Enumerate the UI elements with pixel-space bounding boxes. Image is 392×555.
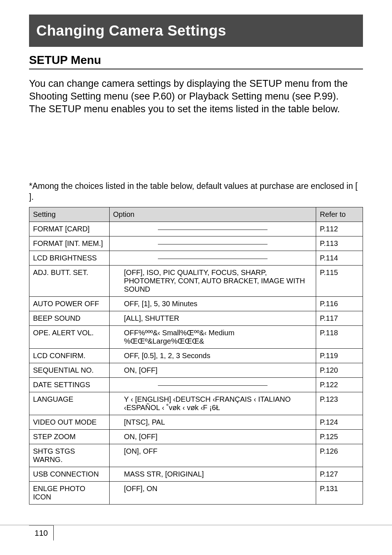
table-row: ENLGE PHOTO ICON[OFF], ONP.131: [29, 482, 363, 505]
option-cell: Y ‹ [ENGLISH] ‹DEUTSCH ‹FRANÇAIS ‹ ITALI…: [109, 392, 316, 415]
footnote-text: *Among the choices listed in the table b…: [29, 181, 358, 202]
option-cell: MASS STR, [ORIGINAL]: [109, 467, 316, 482]
setting-cell: FORMAT [INT. MEM.]: [29, 236, 110, 251]
table-header-row: Setting Option Refer to: [29, 207, 363, 222]
refer-cell: P.120: [316, 363, 363, 378]
refer-cell: P.126: [316, 444, 363, 467]
option-cell: [ON], OFF: [109, 444, 316, 467]
col-header-option: Option: [109, 207, 316, 222]
setting-cell: OPE. ALERT VOL.: [29, 326, 110, 349]
refer-cell: P.124: [316, 415, 363, 430]
setting-cell: SHTG STGS WARNG.: [29, 444, 110, 467]
setting-cell: LANGUAGE: [29, 392, 110, 415]
table-row: SEQUENTIAL NO.ON, [OFF]P.120: [29, 363, 363, 378]
setting-cell: BEEP SOUND: [29, 311, 110, 326]
table-row: FORMAT [CARD]P.112: [29, 222, 363, 236]
option-cell: [109, 378, 316, 392]
subtitle-text: SETUP Menu: [29, 53, 101, 66]
page-number: 110: [34, 528, 48, 538]
refer-cell: P.125: [316, 430, 363, 444]
footnote: *Among the choices listed in the table b…: [29, 181, 363, 203]
setting-cell: AUTO POWER OFF: [29, 297, 110, 311]
dash-line-icon: [158, 225, 268, 230]
option-cell: [109, 222, 316, 236]
col-header-refer: Refer to: [316, 207, 363, 222]
option-cell: [109, 251, 316, 266]
table-row: AUTO POWER OFFOFF, [1], 5, 30 MinutesP.1…: [29, 297, 363, 311]
refer-cell: P.116: [316, 297, 363, 311]
table-row: BEEP SOUND[ALL], SHUTTERP.117: [29, 311, 363, 326]
intro-paragraph: You can change camera settings by displa…: [29, 77, 363, 116]
dash-line-icon: [158, 381, 268, 386]
page-header-bar: Changing Camera Settings: [29, 15, 363, 47]
option-cell: [OFF], ON: [109, 482, 316, 505]
page-number-box: 110: [29, 525, 54, 540]
setting-cell: LCD CONFIRM.: [29, 349, 110, 363]
setting-cell: USB CONNECTION: [29, 467, 110, 482]
section-subtitle: SETUP Menu: [29, 53, 363, 69]
table-row: LCD CONFIRM.OFF, [0.5], 1, 2, 3 SecondsP…: [29, 349, 363, 363]
refer-cell: P.115: [316, 266, 363, 297]
setting-cell: SEQUENTIAL NO.: [29, 363, 110, 378]
refer-cell: P.122: [316, 378, 363, 392]
refer-cell: P.131: [316, 482, 363, 505]
refer-cell: P.112: [316, 222, 363, 236]
table-row: ADJ. BUTT. SET.[OFF], ISO, PIC QUALITY, …: [29, 266, 363, 297]
col-header-setting: Setting: [29, 207, 110, 222]
option-cell: [OFF], ISO, PIC QUALITY, FOCUS, SHARP, P…: [109, 266, 316, 297]
dash-line-icon: [158, 254, 268, 259]
setting-cell: DATE SETTINGS: [29, 378, 110, 392]
refer-cell: P.119: [316, 349, 363, 363]
table-row: DATE SETTINGSP.122: [29, 378, 363, 392]
option-cell: ON, [OFF]: [109, 430, 316, 444]
table-row: LCD BRIGHTNESSP.114: [29, 251, 363, 266]
option-cell: OFF%ººº&‹ Small%Œºº&‹ Medium %ŒŒº&Large%…: [109, 326, 316, 349]
refer-cell: P.118: [316, 326, 363, 349]
setting-cell: ADJ. BUTT. SET.: [29, 266, 110, 297]
table-row: VIDEO OUT MODE[NTSC], PALP.124: [29, 415, 363, 430]
table-row: OPE. ALERT VOL.OFF%ººº&‹ Small%Œºº&‹ Med…: [29, 326, 363, 349]
table-row: USB CONNECTIONMASS STR, [ORIGINAL]P.127: [29, 467, 363, 482]
intro-text: You can change camera settings by displa…: [29, 78, 348, 114]
settings-table: Setting Option Refer to FORMAT [CARD]P.1…: [29, 207, 363, 505]
setting-cell: STEP ZOOM: [29, 430, 110, 444]
refer-cell: P.113: [316, 236, 363, 251]
footer-rule: [0, 525, 392, 525]
setting-cell: FORMAT [CARD]: [29, 222, 110, 236]
table-row: LANGUAGEY ‹ [ENGLISH] ‹DEUTSCH ‹FRANÇAIS…: [29, 392, 363, 415]
setting-cell: ENLGE PHOTO ICON: [29, 482, 110, 505]
option-cell: OFF, [1], 5, 30 Minutes: [109, 297, 316, 311]
option-cell: [ALL], SHUTTER: [109, 311, 316, 326]
dash-line-icon: [158, 239, 268, 244]
setting-cell: LCD BRIGHTNESS: [29, 251, 110, 266]
option-cell: ON, [OFF]: [109, 363, 316, 378]
option-cell: OFF, [0.5], 1, 2, 3 Seconds: [109, 349, 316, 363]
option-cell: [NTSC], PAL: [109, 415, 316, 430]
setting-cell: VIDEO OUT MODE: [29, 415, 110, 430]
refer-cell: P.114: [316, 251, 363, 266]
table-row: SHTG STGS WARNG.[ON], OFFP.126: [29, 444, 363, 467]
table-row: FORMAT [INT. MEM.]P.113: [29, 236, 363, 251]
refer-cell: P.123: [316, 392, 363, 415]
refer-cell: P.117: [316, 311, 363, 326]
option-cell: [109, 236, 316, 251]
table-row: STEP ZOOMON, [OFF]P.125: [29, 430, 363, 444]
refer-cell: P.127: [316, 467, 363, 482]
page-title: Changing Camera Settings: [36, 23, 226, 39]
